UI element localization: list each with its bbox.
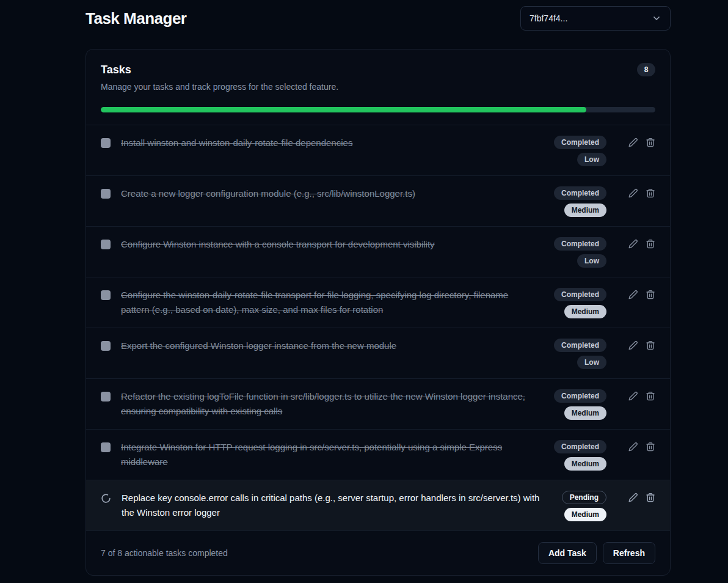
edit-task-button[interactable] xyxy=(628,340,638,350)
top-bar: Task Manager 7fbf74f4... xyxy=(86,6,671,31)
pencil-icon xyxy=(628,188,638,198)
trash-icon xyxy=(646,188,655,198)
task-row: Create a new logger configuration module… xyxy=(86,175,670,226)
task-text: Integrate Winston for HTTP request loggi… xyxy=(121,440,544,469)
tasks-card-title: Tasks xyxy=(101,64,131,76)
progress-bar-track xyxy=(101,107,655,112)
edit-task-button[interactable] xyxy=(628,188,638,198)
task-row: Configure the winston-daily-rotate-file … xyxy=(86,277,670,328)
delete-task-button[interactable] xyxy=(646,391,655,401)
delete-task-button[interactable] xyxy=(646,138,655,147)
task-text: Configure Winston instance with a consol… xyxy=(121,237,544,252)
feature-select-dropdown[interactable]: 7fbf74f4... xyxy=(520,6,671,31)
pencil-icon xyxy=(628,442,638,452)
trash-icon xyxy=(646,391,655,401)
pencil-icon xyxy=(628,493,638,502)
task-count-badge: 8 xyxy=(637,63,655,76)
progress-bar-fill xyxy=(101,107,586,112)
trash-icon xyxy=(646,340,655,350)
task-checkbox[interactable] xyxy=(101,138,111,148)
refresh-button[interactable]: Refresh xyxy=(603,542,655,564)
status-badge: Completed xyxy=(554,288,606,301)
priority-badge: Medium xyxy=(564,406,606,420)
priority-badge: Low xyxy=(577,254,606,268)
pencil-icon xyxy=(628,340,638,350)
priority-badge: Low xyxy=(577,153,606,166)
status-badge: Completed xyxy=(554,186,606,200)
trash-icon xyxy=(646,290,655,299)
edit-task-button[interactable] xyxy=(628,391,638,401)
tasks-card: Tasks 8 Manage your tasks and track prog… xyxy=(86,49,671,576)
task-checkbox[interactable] xyxy=(101,290,111,300)
task-text: Export the configured Winston logger ins… xyxy=(121,339,544,353)
task-checkbox[interactable] xyxy=(101,341,111,351)
delete-task-button[interactable] xyxy=(646,239,655,249)
task-row: Configure Winston instance with a consol… xyxy=(86,226,670,277)
add-task-button[interactable]: Add Task xyxy=(538,542,597,564)
task-row: Export the configured Winston logger ins… xyxy=(86,328,670,378)
priority-badge: Medium xyxy=(564,305,606,318)
page: Task Manager 7fbf74f4... Tasks 8 Manage … xyxy=(86,0,671,576)
priority-badge: Medium xyxy=(564,204,606,217)
tasks-card-footer: 7 of 8 actionable tasks completed Add Ta… xyxy=(86,530,670,575)
task-row: Integrate Winston for HTTP request loggi… xyxy=(86,429,670,480)
edit-task-button[interactable] xyxy=(628,138,638,147)
task-list: Install winston and winston-daily-rotate… xyxy=(86,125,670,530)
edit-task-button[interactable] xyxy=(628,493,638,502)
status-badge: Completed xyxy=(554,389,606,403)
status-badge: Completed xyxy=(554,136,606,149)
delete-task-button[interactable] xyxy=(646,188,655,198)
trash-icon xyxy=(646,442,655,452)
task-checkbox[interactable] xyxy=(101,392,111,402)
delete-task-button[interactable] xyxy=(646,442,655,452)
page-title: Task Manager xyxy=(86,9,186,28)
task-row: Replace key console.error calls in criti… xyxy=(86,480,670,530)
priority-badge: Medium xyxy=(564,457,606,471)
pencil-icon xyxy=(628,391,638,401)
tasks-card-description: Manage your tasks and track progress for… xyxy=(101,82,655,92)
status-badge: Completed xyxy=(554,440,606,453)
loader-spinner-icon xyxy=(101,493,111,504)
task-row: Install winston and winston-daily-rotate… xyxy=(86,125,670,175)
edit-task-button[interactable] xyxy=(628,239,638,249)
delete-task-button[interactable] xyxy=(646,290,655,299)
pencil-icon xyxy=(628,290,638,299)
delete-task-button[interactable] xyxy=(646,340,655,350)
tasks-card-header: Tasks 8 Manage your tasks and track prog… xyxy=(86,50,670,125)
task-text: Install winston and winston-daily-rotate… xyxy=(121,136,544,150)
priority-badge: Low xyxy=(577,356,606,369)
completion-summary: 7 of 8 actionable tasks completed xyxy=(101,548,228,558)
task-checkbox[interactable] xyxy=(101,442,111,452)
task-text: Configure the winston-daily-rotate-file … xyxy=(121,288,544,317)
status-badge: Pending xyxy=(562,491,606,504)
task-checkbox[interactable] xyxy=(101,189,111,199)
chevron-down-icon xyxy=(652,13,661,23)
task-text: Create a new logger configuration module… xyxy=(121,186,544,201)
trash-icon xyxy=(646,493,655,502)
trash-icon xyxy=(646,138,655,147)
feature-select-value: 7fbf74f4... xyxy=(530,13,567,23)
task-row: Refactor the existing logToFile function… xyxy=(86,378,670,429)
edit-task-button[interactable] xyxy=(628,442,638,452)
status-badge: Completed xyxy=(554,237,606,251)
delete-task-button[interactable] xyxy=(646,493,655,502)
trash-icon xyxy=(646,239,655,249)
task-checkbox[interactable] xyxy=(101,240,111,249)
status-badge: Completed xyxy=(554,339,606,352)
pencil-icon xyxy=(628,138,638,147)
priority-badge: Medium xyxy=(564,508,606,521)
edit-task-button[interactable] xyxy=(628,290,638,299)
task-text: Replace key console.error calls in criti… xyxy=(122,491,551,520)
task-text: Refactor the existing logToFile function… xyxy=(121,389,544,419)
pencil-icon xyxy=(628,239,638,249)
